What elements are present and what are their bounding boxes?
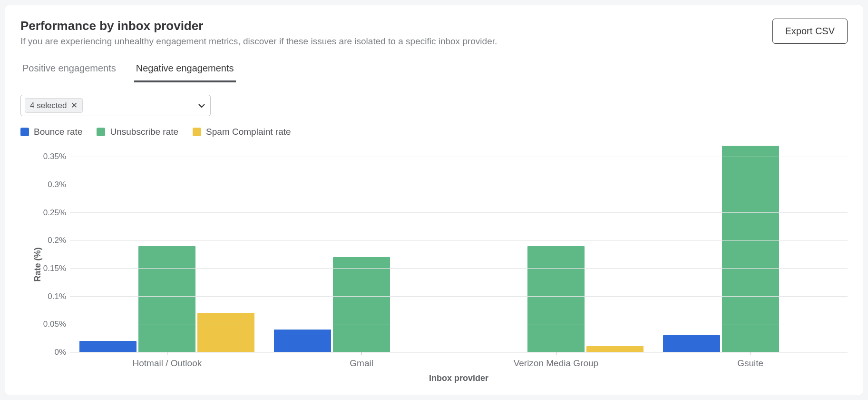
card-title: Performance by inbox provider xyxy=(20,19,497,33)
bar[interactable] xyxy=(79,341,137,352)
gridline xyxy=(70,296,848,297)
close-icon[interactable]: ✕ xyxy=(71,100,78,110)
y-tick-label: 0.05% xyxy=(43,320,66,329)
x-tick-label: Gmail xyxy=(264,358,459,369)
y-tick-label: 0.1% xyxy=(48,292,66,301)
plot-area xyxy=(70,146,848,352)
legend-item[interactable]: Bounce rate xyxy=(20,127,82,137)
legend-label: Spam Complaint rate xyxy=(206,127,291,137)
filter-chip-label: 4 selected xyxy=(30,101,67,110)
gridline xyxy=(70,185,848,185)
filter-row: 4 selected ✕ xyxy=(20,95,848,116)
bar[interactable] xyxy=(274,330,331,352)
x-axis-label: Inbox provider xyxy=(70,373,848,383)
header-text: Performance by inbox provider If you are… xyxy=(20,19,497,60)
y-axis-label-wrap: Rate (%) xyxy=(20,146,34,383)
bar-groups xyxy=(70,146,848,352)
y-tick-label: 0% xyxy=(54,348,66,357)
card-subtitle: If you are experiencing unhealthy engage… xyxy=(20,36,497,47)
chart: Rate (%) 0%0.05%0.1%0.15%0.2%0.25%0.3%0.… xyxy=(20,146,848,383)
bar[interactable] xyxy=(586,346,644,352)
legend-swatch xyxy=(97,128,105,136)
x-tick-label: Gsuite xyxy=(653,358,848,369)
provider-filter-dropdown[interactable]: 4 selected ✕ xyxy=(20,95,211,116)
legend-item[interactable]: Unsubscribe rate xyxy=(97,127,178,137)
y-tick-label: 0.2% xyxy=(48,236,66,245)
legend-item[interactable]: Spam Complaint rate xyxy=(193,127,291,137)
gridline xyxy=(70,324,848,324)
bar-group xyxy=(653,146,848,352)
bar[interactable] xyxy=(197,313,254,352)
legend-label: Unsubscribe rate xyxy=(110,127,178,137)
legend-swatch xyxy=(20,128,29,136)
filter-chip[interactable]: 4 selected ✕ xyxy=(25,98,83,113)
y-tick-label: 0.35% xyxy=(43,152,66,161)
bar[interactable] xyxy=(333,257,390,352)
y-tick-label: 0.15% xyxy=(43,264,66,273)
engagement-tabs: Positive engagementsNegative engagements xyxy=(20,60,848,82)
bar-group xyxy=(459,146,653,352)
gridline xyxy=(70,157,848,157)
bar-group xyxy=(264,146,459,352)
x-axis-labels: Hotmail / OutlookGmailVerizon Media Grou… xyxy=(70,358,848,369)
export-csv-button[interactable]: Export CSV xyxy=(772,19,848,44)
bar[interactable] xyxy=(527,246,585,352)
performance-card: Performance by inbox provider If you are… xyxy=(5,5,863,395)
tab-negative-engagements[interactable]: Negative engagements xyxy=(134,60,236,82)
gridline xyxy=(70,240,848,241)
y-axis-ticks: 0%0.05%0.1%0.15%0.2%0.25%0.3%0.35% xyxy=(34,146,70,352)
bar[interactable] xyxy=(722,146,779,352)
bar[interactable] xyxy=(663,335,720,352)
y-tick-label: 0.3% xyxy=(48,180,66,190)
tab-positive-engagements[interactable]: Positive engagements xyxy=(20,60,118,82)
gridline xyxy=(70,268,848,269)
bar[interactable] xyxy=(138,246,195,352)
x-tick-label: Verizon Media Group xyxy=(459,358,653,369)
legend-swatch xyxy=(193,128,201,136)
y-tick-label: 0.25% xyxy=(43,208,66,218)
legend-label: Bounce rate xyxy=(34,127,82,137)
gridline xyxy=(70,212,848,213)
chart-legend: Bounce rateUnsubscribe rateSpam Complain… xyxy=(20,127,848,137)
bar-group xyxy=(70,146,264,352)
chevron-down-icon xyxy=(198,102,205,110)
x-tick-label: Hotmail / Outlook xyxy=(70,358,264,369)
header-row: Performance by inbox provider If you are… xyxy=(20,19,848,60)
